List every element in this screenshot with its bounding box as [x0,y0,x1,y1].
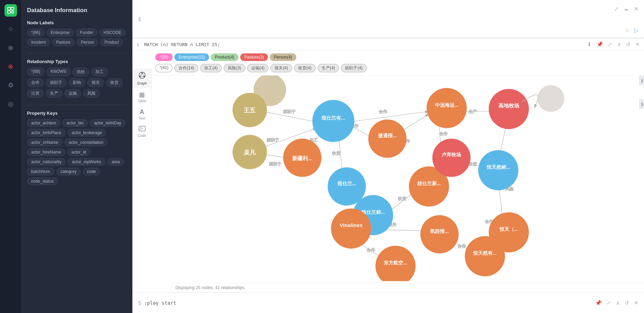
prop-code[interactable]: code [83,168,100,175]
pill-risk[interactable]: 风险(3) [224,64,245,72]
rel-knows[interactable]: KNOWS [46,68,70,76]
code-tab[interactable]: Code [132,123,151,140]
logo-button[interactable] [5,4,17,17]
maximize-button[interactable]: ⤢ [614,6,619,12]
prop-actor-birthday[interactable]: actor_birthDay [90,119,125,127]
prop-code-status[interactable]: code_status [27,177,58,185]
svg-text:合作: 合作 [458,244,466,249]
table-tab[interactable]: ▦ Table [132,88,151,106]
rel-receive[interactable]: 收货 [106,78,123,87]
query-header: $ MATCH (n) RETURN n LIMIT 25; ⬇ 📌 ⤢ ∧ ↺… [132,38,644,51]
node-kaikui[interactable] [420,215,459,253]
tag-pasture[interactable]: Pasture [52,38,75,46]
search-icon[interactable]: ⊕ [5,42,17,54]
pill-process[interactable]: 加工(4) [200,64,222,72]
pill-pasture[interactable]: Pasture(2) [240,53,268,61]
pill-transport[interactable]: 运输(4) [247,64,269,72]
prop-actor-birthplace[interactable]: actor_birthPlace [27,129,66,137]
node-niushilan1[interactable] [312,100,354,142]
tag-product[interactable]: Product [100,38,123,46]
collapse-handle-bottom[interactable]: ❱ [639,99,644,109]
expand-button[interactable]: ⤢ [608,41,612,47]
prop-category[interactable]: category [56,168,81,175]
node-hengtian3[interactable] [465,236,505,276]
relationship-types-container: *(68) KNOWS 供给 加工 合作 就职于 影响 报关 收货 注资 生产 … [27,68,127,98]
play-button[interactable]: ▷ [634,27,638,34]
rel-customs[interactable]: 报关 [87,78,104,87]
node-hengtian1[interactable] [478,150,519,190]
close-bottom-button[interactable]: ✕ [634,300,638,306]
tag-person[interactable]: Person [77,38,98,46]
rel-employed[interactable]: 就职于 [46,78,67,87]
rel-risk[interactable]: 风险 [83,89,100,98]
pill-all-nodes[interactable]: *(25) [155,53,173,61]
svg-text:吴凡: 吴凡 [243,149,256,156]
graph-visualization[interactable]: *(25) Enterprise(15) Product(4) Pasture(… [152,51,644,292]
expand-bottom-button[interactable]: ⤢ [607,300,611,306]
prop-actor-nationality[interactable]: actor_nationality [27,158,66,166]
refresh-button[interactable]: ↺ [626,41,630,47]
node-zhongyuan[interactable] [427,88,467,128]
pill-customs[interactable]: 报关(4) [270,64,292,72]
pin-button[interactable]: 📌 [597,41,603,47]
pill-enterprise[interactable]: Enterprise(15) [174,53,209,61]
up-bottom-button[interactable]: ∧ [616,300,620,306]
svg-text:王五: 王五 [244,107,256,114]
up-button[interactable]: ∧ [617,41,621,47]
tag-all[interactable]: *(66) [27,29,44,36]
rel-all[interactable]: *(68) [27,68,44,76]
error-icon[interactable]: ⊗ [5,60,17,73]
prop-area[interactable]: area [107,158,124,166]
favorites-icon[interactable]: ☆ [5,23,17,35]
text-tab[interactable]: A Text [132,106,151,123]
pill-all-rel[interactable]: *(41) [155,64,173,72]
graph-svg: 就职于 就职于 就职于 加工 合作 合作 收货 合作 生产 合作 合作 收货 收… [152,76,644,281]
prop-actor-constellation[interactable]: actor_constellation [64,139,107,146]
close-top-button[interactable]: ✕ [634,6,638,12]
pill-person[interactable]: Person(4) [270,53,296,61]
tag-hscode[interactable]: HSCODE [99,29,125,36]
node-labels-section: Node Labels *(66) Enterprise Funder HSCO… [27,20,127,46]
refresh-bottom-button[interactable]: ↺ [625,300,629,306]
rel-cooperate[interactable]: 合作 [27,78,44,87]
svg-point-6 [143,76,145,77]
node-unnamed2[interactable] [538,85,564,112]
pill-cooperate[interactable]: 合作(14) [174,64,198,72]
node-luku[interactable] [432,139,470,177]
prop-actor-chname[interactable]: actor_chName [27,139,62,146]
rel-influence[interactable]: 影响 [69,78,85,87]
pill-product[interactable]: Product(4) [211,53,238,61]
settings-icon[interactable]: ⚙ [5,79,17,92]
rel-invest[interactable]: 注资 [27,89,44,98]
pill-produce[interactable]: 生产(4) [317,64,339,72]
brain-icon[interactable]: ◎ [5,98,17,110]
prop-actor-id[interactable]: actor_id [67,148,90,156]
close-query-button[interactable]: ✕ [635,41,640,47]
node-vinalines[interactable] [331,208,371,249]
prop-actor-forename[interactable]: actor_foreName [27,148,65,156]
prop-batchnum[interactable]: batchNum [27,168,54,175]
node-jietong[interactable] [368,120,406,158]
node-gaodi[interactable] [489,89,529,129]
prop-actor-bio[interactable]: actor_bio [62,119,88,127]
rel-process[interactable]: 加工 [91,68,108,76]
node-labels-title: Node Labels [27,20,127,25]
tag-funder[interactable]: Funder [76,29,97,36]
pill-employed[interactable]: 就职于(4) [341,64,367,72]
pin-bottom-button[interactable]: 📌 [595,300,602,306]
prop-actor-brokerage[interactable]: actor_brokerage [68,129,106,137]
prop-actor-achiem[interactable]: actor_achiem [27,119,60,127]
tag-enterprise[interactable]: Enterprise [46,29,74,36]
tag-incident[interactable]: Incident [27,38,50,46]
graph-tab[interactable]: Graph [132,69,151,88]
rel-produce[interactable]: 生产 [46,89,62,98]
rel-supply[interactable]: 供给 [72,68,89,76]
pill-receive[interactable]: 收货(4) [294,64,316,72]
download-button[interactable]: ⬇ [587,41,592,47]
rel-transport[interactable]: 运输 [64,89,81,98]
star-button[interactable]: ☆ [625,27,629,34]
svg-text:新疆利...: 新疆利... [292,155,312,161]
prop-actor-repworks[interactable]: actor_repWorks [68,158,105,166]
collapse-handle-top[interactable]: ❱ [639,76,644,85]
minimize-button[interactable]: 🗕 [624,6,629,12]
